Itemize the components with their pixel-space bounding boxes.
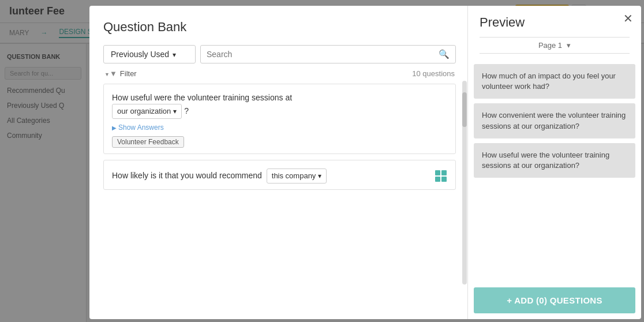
inline-chevron-2-icon <box>318 171 321 181</box>
svg-rect-3 <box>441 177 447 182</box>
question-1-inline-dropdown[interactable]: our organization <box>112 104 182 119</box>
filter-row: ▼ Filter 10 questions <box>103 69 456 78</box>
triangle-right-icon <box>112 123 117 132</box>
preview-question-2: How convenient were the volunteer traini… <box>474 103 635 138</box>
svg-rect-1 <box>441 170 447 175</box>
modal-overlay: ✕ Question Bank Previously Used 🔍 ▼ Filt… <box>0 0 644 322</box>
filter-button[interactable]: ▼ Filter <box>104 69 137 78</box>
question-card-2: How likely is it that you would recommen… <box>103 160 456 190</box>
inline-dropdown-2-label: this company <box>272 171 316 181</box>
matrix-icon <box>435 170 447 182</box>
preview-questions: How much of an impact do you feel your v… <box>468 64 641 282</box>
modal-left-panel: Question Bank Previously Used 🔍 ▼ Filter… <box>89 6 468 319</box>
category-badge: Volunteer Feedback <box>112 136 184 148</box>
question-card-1: How useful were the volunteer training s… <box>103 84 456 154</box>
filter-dropdown-button[interactable]: Previously Used <box>103 45 196 63</box>
question-1-text-before: How useful were the volunteer training s… <box>112 93 292 102</box>
page-indicator: Page 1 ▾ <box>480 37 630 54</box>
question-2-text: How likely is it that you would recommen… <box>112 169 429 184</box>
question-bank-modal: ✕ Question Bank Previously Used 🔍 ▼ Filt… <box>89 6 641 319</box>
svg-rect-2 <box>435 177 440 182</box>
page-label: Page 1 <box>538 41 562 50</box>
question-1-text: How useful were the volunteer training s… <box>112 92 447 119</box>
preview-header: Preview Page 1 ▾ <box>468 6 641 64</box>
chevron-down-icon <box>173 50 176 59</box>
inline-dropdown-label: our organization <box>117 106 171 117</box>
filter-icon: ▼ <box>104 69 117 78</box>
show-answers-link[interactable]: Show Answers <box>112 123 447 132</box>
preview-question-3: How useful were the volunteer training s… <box>474 143 635 178</box>
preview-question-1: How much of an impact do you feel your v… <box>474 64 635 99</box>
question-2-inline-dropdown[interactable]: this company <box>267 169 327 184</box>
search-input-wrap: 🔍 <box>200 45 456 63</box>
page-chevron-icon[interactable]: ▾ <box>567 41 571 50</box>
preview-title: Preview <box>480 15 630 30</box>
modal-close-button[interactable]: ✕ <box>623 13 633 24</box>
questions-count: 10 questions <box>412 69 455 78</box>
svg-rect-0 <box>435 170 440 175</box>
scroll-thumb[interactable] <box>462 92 467 127</box>
inline-chevron-icon <box>173 106 177 117</box>
modal-right-panel: Preview Page 1 ▾ How much of an impact d… <box>468 6 641 319</box>
scroll-indicator <box>462 81 467 284</box>
modal-title: Question Bank <box>103 20 456 35</box>
search-icon: 🔍 <box>439 49 450 59</box>
filter-label: Filter <box>120 69 137 78</box>
add-questions-button[interactable]: + ADD (0) QUESTIONS <box>474 287 635 313</box>
search-bar-row: Previously Used 🔍 <box>103 45 456 63</box>
questions-list: How useful were the volunteer training s… <box>103 84 456 310</box>
question-2-text-before: How likely is it that you would recommen… <box>112 171 262 180</box>
filter-dropdown-label: Previously Used <box>111 50 169 59</box>
search-input[interactable] <box>207 50 439 59</box>
question-1-text-after: ? <box>184 106 189 115</box>
show-answers-label: Show Answers <box>118 123 164 132</box>
